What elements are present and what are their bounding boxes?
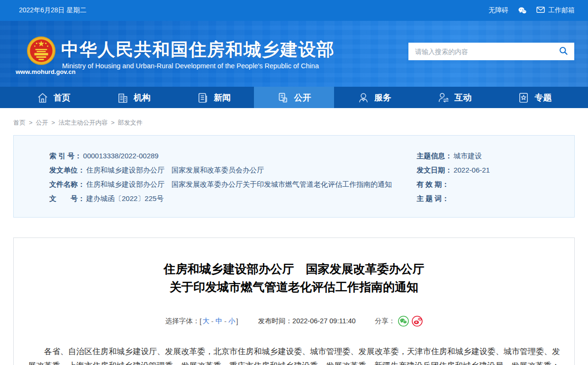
meta-row-topic-info: 主题信息：城市建设 — [416, 149, 574, 163]
meta-value: 000013338/2022-00289 — [83, 152, 158, 160]
meta-value: 建办城函〔2022〕225号 — [86, 194, 163, 202]
meta-value: 住房和城乡建设部办公厅 国家发展和改革委员会办公厅 — [86, 166, 264, 174]
publish-time-group: 发布时间：2022-06-27 09:11:40 — [258, 317, 356, 326]
font-size-separator: - — [224, 318, 226, 325]
share-group: 分享： — [375, 316, 423, 327]
wechat-icon[interactable] — [518, 7, 527, 15]
meta-row-validity: 有 效 期： — [416, 177, 574, 192]
news-icon — [197, 91, 209, 104]
meta-label: 主 题 词： — [416, 194, 449, 202]
nav-label: 互动 — [454, 92, 471, 103]
nav-label: 服务 — [374, 92, 391, 103]
nav-item-topics[interactable]: 专题 — [495, 87, 575, 108]
article-body-text: 各省、自治区住房和城乡建设厅、发展改革委，北京市住房和城乡建设委、城市管理委、发… — [28, 345, 560, 365]
meta-label: 发文日期： — [416, 166, 452, 174]
search-button[interactable] — [558, 45, 570, 58]
metadata-right-column: 主题信息：城市建设 发文日期：2022-06-21 有 效 期： 主 题 词： — [403, 149, 574, 206]
nav-inner: 首页 机构 — [13, 87, 575, 108]
disclosure-icon — [277, 91, 289, 104]
site-header: www.mohurd.gov.cn 中华人民共和国住房和城乡建设部 Minist… — [0, 21, 588, 87]
topbar-right: 无障碍 工作邮箱 — [488, 6, 575, 15]
search-input[interactable] — [415, 48, 558, 55]
article-meta-row: 选择字体：[大 - 中 - 小] 发布时间：2022-06-27 09:11:4… — [28, 316, 560, 327]
interaction-icon — [437, 91, 450, 104]
nav-item-service[interactable]: 服务 — [334, 87, 414, 108]
nav-item-disclosure[interactable]: 公开 — [254, 87, 334, 108]
home-icon — [36, 91, 49, 104]
mail-icon — [536, 6, 545, 15]
nav-label: 新闻 — [214, 92, 231, 103]
meta-label: 主题信息： — [416, 152, 452, 160]
breadcrumb-home[interactable]: 首页 — [13, 119, 26, 126]
breadcrumb-current: 部发文件 — [118, 119, 143, 126]
meta-label: 文件名称： — [49, 180, 85, 188]
meta-label: 文 号： — [49, 194, 85, 202]
font-size-medium[interactable]: 中 — [216, 317, 223, 326]
topics-icon — [517, 91, 530, 104]
meta-label: 发文单位： — [49, 166, 85, 174]
metadata-left-column: 索 引 号：000013338/2022-00289 发文单位：住房和城乡建设部… — [14, 149, 403, 206]
national-emblem — [27, 36, 56, 65]
font-size-selector: 选择字体：[大 - 中 - 小] — [165, 317, 238, 326]
share-wechat-icon[interactable] — [398, 316, 409, 327]
meta-label: 索 引 号： — [49, 152, 81, 160]
main-nav: 首页 机构 — [0, 87, 588, 108]
meta-row-document-number: 文 号：建办城函〔2022〕225号 — [49, 192, 403, 206]
nav-label: 首页 — [54, 92, 71, 103]
nav-item-organization[interactable]: 机构 — [93, 87, 173, 108]
meta-value: 2022-06-21 — [453, 166, 490, 174]
font-size-small[interactable]: 小 — [228, 317, 235, 326]
meta-row-keywords: 主 题 词： — [416, 192, 574, 206]
article-title: 住房和城乡建设部办公厅 国家发展改革委办公厅 关于印发城市燃气管道老化评估工作指… — [28, 260, 560, 296]
breadcrumb: 首页>公开>法定主动公开内容>部发文件 — [13, 108, 575, 135]
bracket-open: [ — [199, 318, 201, 325]
font-size-large[interactable]: 大 — [202, 317, 209, 326]
page: 2022年6月28日 星期二 无障碍 工作 — [0, 0, 588, 365]
document-metadata-box: 索 引 号：000013338/2022-00289 发文单位：住房和城乡建设部… — [13, 135, 575, 218]
site-subtitle: Ministry of Housing and Urban-Rural Deve… — [62, 62, 319, 70]
breadcrumb-separator: > — [29, 119, 33, 126]
meta-row-issue-date: 发文日期：2022-06-21 — [416, 163, 574, 177]
breadcrumb-statutory-content[interactable]: 法定主动公开内容 — [58, 119, 108, 126]
nav-label: 机构 — [134, 92, 151, 103]
search-icon — [559, 46, 569, 57]
nav-item-news[interactable]: 新闻 — [174, 87, 254, 108]
work-mailbox-label: 工作邮箱 — [548, 6, 575, 15]
work-mailbox-link[interactable]: 工作邮箱 — [536, 6, 575, 15]
article-container: 住房和城乡建设部办公厅 国家发展改革委办公厅 关于印发城市燃气管道老化评估工作指… — [13, 237, 575, 365]
nav-label: 专题 — [534, 92, 552, 103]
bracket-close: ] — [236, 318, 238, 325]
breadcrumb-separator: > — [52, 119, 55, 126]
topbar: 2022年6月28日 星期二 无障碍 工作 — [0, 0, 588, 21]
service-icon — [357, 91, 370, 104]
share-label: 分享： — [375, 317, 396, 326]
publish-time-value: 2022-06-27 09:11:40 — [292, 317, 356, 325]
share-weibo-icon[interactable] — [412, 316, 423, 327]
meta-label: 有 效 期： — [416, 180, 449, 188]
breadcrumb-separator: > — [111, 119, 115, 126]
breadcrumb-disclosure[interactable]: 公开 — [36, 119, 48, 126]
current-date: 2022年6月28日 星期二 — [19, 6, 86, 15]
article-title-line2: 关于印发城市燃气管道老化评估工作指南的通知 — [28, 278, 560, 296]
site-title: 中华人民共和国住房和城乡建设部 — [61, 38, 335, 62]
nav-item-home[interactable]: 首页 — [13, 87, 93, 108]
organization-icon — [117, 91, 129, 104]
meta-value: 城市建设 — [453, 152, 482, 160]
font-size-separator: - — [211, 318, 214, 325]
meta-row-document-name: 文件名称：住房和城乡建设部办公厅 国家发展改革委办公厅关于印发城市燃气管道老化评… — [49, 177, 403, 192]
search-box — [408, 43, 574, 60]
meta-value: 住房和城乡建设部办公厅 国家发展改革委办公厅关于印发城市燃气管道老化评估工作指南… — [86, 180, 392, 188]
meta-row-issuing-unit: 发文单位：住房和城乡建设部办公厅 国家发展和改革委员会办公厅 — [49, 163, 403, 177]
article-title-line1: 住房和城乡建设部办公厅 国家发展改革委办公厅 — [28, 260, 560, 278]
font-select-label: 选择字体： — [165, 317, 200, 326]
publish-time-label: 发布时间： — [258, 317, 293, 325]
meta-row-index-number: 索 引 号：000013338/2022-00289 — [49, 149, 403, 163]
nav-label: 公开 — [294, 92, 311, 103]
nav-item-interaction[interactable]: 互动 — [414, 87, 494, 108]
accessibility-link[interactable]: 无障碍 — [488, 6, 508, 15]
